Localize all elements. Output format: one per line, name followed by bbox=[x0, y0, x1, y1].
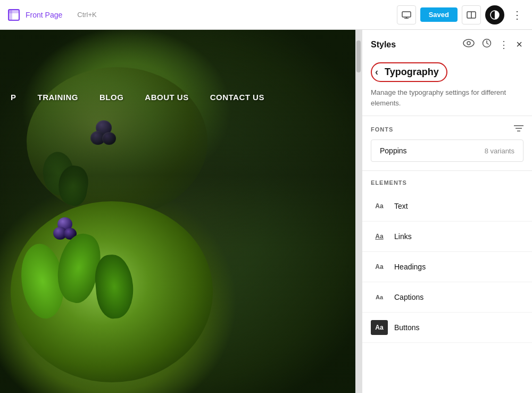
element-captions-label: Captions bbox=[394, 293, 423, 301]
elements-section-header: ELEMENTS bbox=[362, 171, 532, 191]
styles-header: Styles ⋮ × bbox=[362, 30, 532, 57]
filter-fonts-button[interactable] bbox=[514, 125, 523, 134]
elements-section-title: ELEMENTS bbox=[371, 179, 407, 186]
font-variants: 8 variants bbox=[485, 147, 514, 155]
element-headings[interactable]: Aa Headings bbox=[362, 252, 532, 282]
links-aa-icon: Aa bbox=[371, 229, 388, 244]
close-panel-button[interactable]: × bbox=[515, 37, 523, 52]
typography-nav: ‹ Typography bbox=[362, 57, 532, 85]
right-panel: Styles ⋮ × bbox=[362, 30, 532, 393]
nav-item-blog: BLOG bbox=[99, 93, 123, 102]
top-bar-right: Saved ⋮ bbox=[397, 5, 526, 24]
keyboard-shortcut: Ctrl+K bbox=[77, 11, 96, 19]
font-row-poppins[interactable]: Poppins 8 variants bbox=[371, 140, 523, 162]
smoothie-jar-bottom bbox=[11, 201, 213, 382]
styles-header-icons: ⋮ × bbox=[462, 37, 523, 52]
svg-rect-3 bbox=[402, 12, 411, 17]
headings-aa-icon: Aa bbox=[371, 259, 388, 274]
typography-badge: ‹ Typography bbox=[371, 62, 447, 82]
typography-description: Manage the typography settings for diffe… bbox=[362, 85, 532, 116]
element-headings-label: Headings bbox=[394, 263, 426, 271]
nav-item-contact: CONTACT US bbox=[210, 93, 264, 102]
buttons-aa-icon: Aa bbox=[371, 320, 388, 335]
element-links-label: Links bbox=[394, 232, 412, 241]
top-bar: Front Page Ctrl+K Saved ⋮ bbox=[0, 0, 532, 30]
split-view-button[interactable] bbox=[462, 5, 481, 24]
font-name: Poppins bbox=[380, 146, 407, 155]
canvas-background: P TRAINING BLOG ABOUT US CONTACT US bbox=[0, 30, 362, 393]
elements-section: ELEMENTS Aa Text Aa Links Aa Headings Aa… bbox=[362, 171, 532, 393]
fonts-section-header: FONTS bbox=[362, 116, 532, 140]
mint-leaf-big-3 bbox=[93, 253, 136, 320]
styles-panel-title: Styles bbox=[371, 40, 396, 50]
page-layout-icon bbox=[6, 7, 21, 22]
svg-point-9 bbox=[463, 39, 474, 47]
scrollbar-thumb[interactable] bbox=[356, 40, 361, 72]
nav-item-p: P bbox=[11, 93, 16, 102]
element-text-label: Text bbox=[394, 202, 408, 210]
page-title: Front Page bbox=[26, 11, 62, 19]
svg-rect-2 bbox=[9, 10, 19, 13]
element-links[interactable]: Aa Links bbox=[362, 222, 532, 252]
element-captions[interactable]: Aa Captions bbox=[362, 282, 532, 313]
history-button[interactable] bbox=[481, 37, 493, 52]
element-buttons-label: Buttons bbox=[394, 323, 419, 332]
canvas-area: P TRAINING BLOG ABOUT US CONTACT US bbox=[0, 30, 362, 393]
element-text[interactable]: Aa Text bbox=[362, 191, 532, 222]
panel-more-button[interactable]: ⋮ bbox=[498, 38, 510, 52]
more-options-button[interactable]: ⋮ bbox=[509, 6, 526, 23]
canvas-scrollbar[interactable] bbox=[355, 30, 362, 393]
fonts-section-title: FONTS bbox=[371, 126, 393, 133]
nav-overlay: P TRAINING BLOG ABOUT US CONTACT US bbox=[0, 93, 362, 102]
main-area: P TRAINING BLOG ABOUT US CONTACT US Styl… bbox=[0, 30, 532, 393]
saved-button[interactable]: Saved bbox=[420, 7, 458, 22]
nav-item-training: TRAINING bbox=[38, 93, 79, 102]
captions-aa-icon: Aa bbox=[371, 290, 388, 305]
nav-item-about: ABOUT US bbox=[145, 93, 188, 102]
element-buttons[interactable]: Aa Buttons bbox=[362, 313, 532, 343]
back-button[interactable]: ‹ bbox=[374, 66, 381, 79]
desktop-view-button[interactable] bbox=[397, 5, 416, 24]
typography-title: Typography bbox=[385, 67, 439, 78]
preview-button[interactable] bbox=[462, 38, 476, 51]
page-title-area: Front Page Ctrl+K bbox=[6, 7, 393, 22]
svg-point-10 bbox=[467, 42, 470, 45]
text-aa-icon: Aa bbox=[371, 199, 388, 214]
contrast-button[interactable] bbox=[485, 5, 504, 24]
